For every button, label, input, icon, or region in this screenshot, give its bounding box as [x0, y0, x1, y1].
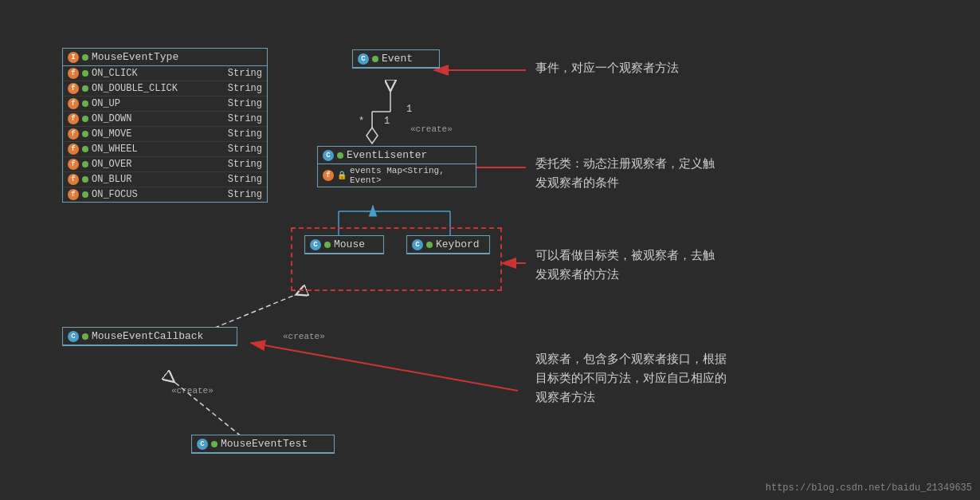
callback-title: MouseEventCallback [92, 330, 203, 342]
delegate-desc1: 委托类：动态注册观察者，定义触 [535, 158, 715, 171]
on-double-click-type: String [228, 83, 262, 94]
observer-annotation: 观察者，包含多个观察者接口，根据 目标类的不同方法，对应自己相应的 观察者方法 [535, 351, 727, 408]
mouse-event-type-box: I MouseEventType f ON_CLICK String f ON_… [62, 48, 268, 203]
event-listener-title: EventLisenter [347, 149, 427, 161]
event-title: Event [382, 53, 413, 65]
svg-text:*: * [359, 116, 364, 127]
row-on-down: f ON_DOWN String [63, 112, 267, 127]
dot-event [372, 56, 378, 62]
visibility-dot [82, 54, 88, 61]
field-icon-7: f [68, 159, 79, 170]
on-wheel-name: ON_WHEEL [92, 144, 138, 155]
mouse-event-type-title: MouseEventType [92, 51, 178, 63]
row-on-blur: f ON_BLUR String [63, 172, 267, 187]
test-header: C MouseEventTest [192, 435, 334, 453]
class-icon-keybord: C [412, 239, 423, 250]
on-focus-type: String [228, 189, 262, 200]
dot-8 [82, 176, 88, 183]
on-over-name: ON_OVER [92, 159, 131, 170]
svg-text:«create»: «create» [171, 386, 214, 396]
mouse-event-test-box: C MouseEventTest [191, 435, 335, 454]
row-on-focus: f ON_FOCUS String [63, 187, 267, 202]
observer-desc2: 目标类的不同方法，对应自己相应的 [535, 372, 727, 386]
row-on-click: f ON_CLICK String [63, 66, 267, 81]
on-blur-type: String [228, 174, 262, 185]
field-icon-6: f [68, 144, 79, 155]
callback-dashed-line1 [207, 295, 295, 331]
dot-test [211, 441, 218, 447]
on-down-name: ON_DOWN [92, 113, 131, 124]
on-down-type: String [228, 113, 262, 124]
on-move-type: String [228, 128, 262, 140]
mouse-event-type-header: I MouseEventType [63, 49, 267, 66]
dot-5 [82, 131, 88, 137]
event-box: C Event [352, 49, 440, 69]
observer-desc3: 观察者方法 [535, 392, 595, 405]
on-click-type: String [228, 68, 262, 79]
dot-callback [82, 333, 88, 340]
interface-icon: I [68, 52, 79, 63]
row-on-over: f ON_OVER String [63, 157, 267, 172]
class-icon-test: C [197, 439, 208, 450]
observer-desc1: 观察者，包含多个观察者接口，根据 [535, 353, 727, 367]
target-desc2: 发观察者的方法 [535, 269, 619, 282]
field-icon-9: f [68, 189, 79, 200]
mouse-box: C Mouse [304, 235, 384, 254]
event-listener-box: C EventLisenter f 🔒 events Map<String, E… [317, 146, 476, 187]
field-icon-4: f [68, 113, 79, 124]
field-icon-events: f [323, 170, 334, 181]
observer-annotation-arrow [251, 343, 518, 391]
watermark: https://blog.csdn.net/baidu_21349635 [766, 482, 972, 494]
event-desc: 事件，对应一个观察者方法 [535, 62, 679, 76]
dot-mouse [324, 242, 331, 248]
field-icon-2: f [68, 83, 79, 94]
row-on-up: f ON_UP String [63, 96, 267, 112]
dot-6 [82, 146, 88, 152]
watermark-text: https://blog.csdn.net/baidu_21349635 [766, 482, 972, 494]
dot-9 [82, 191, 88, 198]
on-up-type: String [228, 98, 262, 109]
on-click-name: ON_CLICK [92, 68, 138, 79]
target-desc1: 可以看做目标类，被观察者，去触 [535, 250, 715, 263]
mouse-header: C Mouse [305, 236, 383, 254]
dot-listener [337, 152, 343, 159]
event-header: C Event [353, 50, 439, 68]
svg-text:1: 1 [406, 104, 412, 115]
aggregation-diamond [367, 128, 378, 144]
on-double-click-name: ON_DOUBLE_CLICK [92, 83, 178, 94]
field-icon-3: f [68, 98, 79, 109]
mouse-title: Mouse [334, 238, 365, 250]
target-annotation: 可以看做目标类，被观察者，去触 发观察者的方法 [535, 247, 715, 285]
dot-keybord [426, 242, 433, 248]
svg-text:1: 1 [384, 116, 390, 127]
keybord-box: C Keybord [406, 235, 490, 254]
on-move-name: ON_MOVE [92, 128, 131, 140]
test-dashed-line [175, 383, 247, 441]
lock-icon-events: 🔒 [337, 171, 347, 180]
on-focus-name: ON_FOCUS [92, 189, 138, 200]
svg-text:«create»: «create» [410, 124, 453, 134]
field-icon-5: f [68, 128, 79, 140]
on-up-name: ON_UP [92, 98, 120, 109]
keybord-header: C Keybord [407, 236, 489, 254]
field-icon-8: f [68, 174, 79, 185]
callback-header: C MouseEventCallback [63, 328, 237, 345]
class-icon-event: C [358, 53, 369, 65]
class-icon-listener: C [323, 150, 334, 161]
field-icon-1: f [68, 68, 79, 79]
event-annotation: 事件，对应一个观察者方法 [535, 60, 679, 79]
dot-4 [82, 116, 88, 122]
on-wheel-type: String [228, 144, 262, 155]
delegate-annotation: 委托类：动态注册观察者，定义触 发观察者的条件 [535, 156, 715, 194]
on-over-type: String [228, 159, 262, 170]
dot-2 [82, 85, 88, 92]
event-listener-header: C EventLisenter [318, 147, 476, 164]
mouse-event-callback-box: C MouseEventCallback [62, 327, 237, 346]
dot-7 [82, 161, 88, 167]
class-icon-mouse: C [310, 239, 321, 250]
test-title: MouseEventTest [221, 438, 308, 450]
row-on-double-click: f ON_DOUBLE_CLICK String [63, 81, 267, 96]
on-blur-name: ON_BLUR [92, 174, 131, 185]
events-field-row: f 🔒 events Map<String, Event> [318, 164, 476, 187]
keybord-title: Keybord [436, 238, 480, 250]
